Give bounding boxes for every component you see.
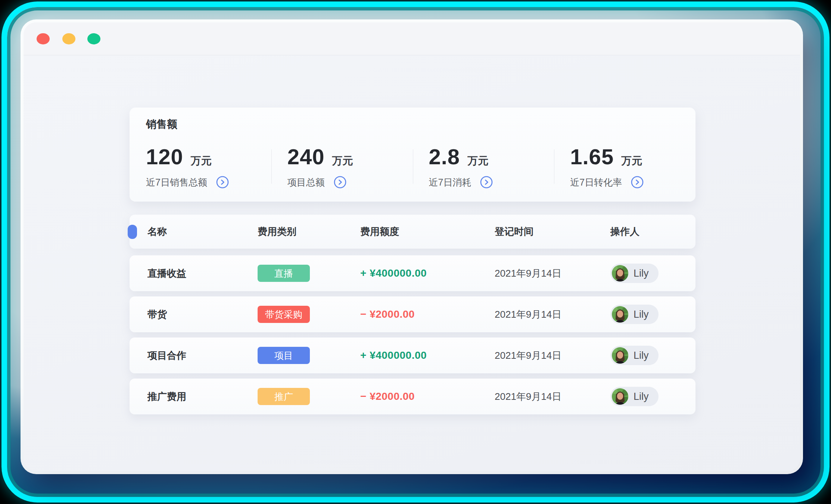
category-badge: 推广 [258, 388, 310, 405]
row-name: 带货 [147, 308, 258, 321]
table-rows: 直播收益 直播 + ¥400000.00 2021年9月14日 [130, 255, 695, 414]
row-category-cell: 项目 [258, 347, 360, 364]
operator-name: Lily [634, 268, 649, 279]
avatar [612, 388, 628, 405]
stat-label-row: 近7日消耗 [429, 176, 554, 189]
stat-item: 2.8 万元 近7日消耗 [429, 144, 554, 189]
row-amount: + ¥400000.00 [360, 349, 495, 361]
row-operator-cell: Lily [610, 305, 695, 324]
sales-card: 销售额 120 万元 近7日销售总额 240 万元 项目总额 [130, 108, 695, 202]
stat-label: 项目总额 [287, 176, 325, 189]
stat-divider [554, 149, 554, 184]
row-date: 2021年9月14日 [495, 390, 610, 403]
stat-label-row: 近7日转化率 [570, 176, 695, 189]
avatar [612, 347, 628, 364]
stat-divider [271, 149, 272, 184]
close-button[interactable] [37, 33, 50, 44]
stat-value: 240 [287, 144, 325, 169]
stat-item: 1.65 万元 近7日转化率 [570, 144, 695, 189]
column-header-name: 名称 [147, 225, 258, 238]
circle-arrow-icon[interactable] [631, 176, 644, 189]
sales-card-title: 销售额 [146, 117, 695, 131]
stat-value-row: 2.8 万元 [429, 144, 554, 169]
row-category-cell: 带货采购 [258, 306, 360, 323]
column-header-date: 登记时间 [495, 225, 610, 238]
operator-name: Lily [634, 391, 649, 402]
row-category-cell: 直播 [258, 265, 360, 282]
circle-arrow-icon[interactable] [334, 176, 346, 189]
category-badge: 带货采购 [258, 306, 310, 323]
stat-unit: 万元 [621, 154, 642, 168]
category-badge: 项目 [258, 347, 310, 364]
avatar [612, 306, 628, 323]
stat-value-row: 1.65 万元 [570, 144, 695, 169]
stat-value: 2.8 [429, 144, 460, 169]
circle-arrow-icon[interactable] [216, 176, 229, 189]
stat-value: 120 [146, 144, 183, 169]
window-titlebar [24, 22, 800, 55]
stat-unit: 万元 [332, 154, 353, 168]
app-window: 销售额 120 万元 近7日销售总额 240 万元 项目总额 [24, 22, 800, 471]
stat-value-row: 240 万元 [287, 144, 413, 169]
operator-pill: Lily [610, 305, 659, 324]
stat-divider [413, 149, 413, 184]
row-category-cell: 推广 [258, 388, 360, 405]
minimize-button[interactable] [62, 33, 75, 44]
row-date: 2021年9月14日 [495, 349, 610, 362]
operator-name: Lily [634, 350, 649, 361]
stat-unit: 万元 [467, 154, 488, 168]
row-operator-cell: Lily [610, 264, 695, 283]
column-header-category: 费用类别 [258, 225, 360, 238]
stat-item: 120 万元 近7日销售总额 [146, 144, 271, 189]
table-header-row: 名称 费用类别 费用额度 登记时间 操作人 [130, 215, 695, 249]
row-date: 2021年9月14日 [495, 267, 610, 280]
column-header-amount: 费用额度 [360, 225, 495, 238]
row-name: 推广费用 [147, 390, 258, 403]
stat-label-row: 近7日销售总额 [146, 176, 271, 189]
stat-label: 近7日消耗 [429, 176, 471, 189]
row-name: 直播收益 [147, 267, 258, 280]
window-content: 销售额 120 万元 近7日销售总额 240 万元 项目总额 [24, 56, 800, 471]
circle-arrow-icon[interactable] [480, 176, 493, 189]
avatar [612, 265, 628, 281]
column-header-operator: 操作人 [610, 225, 695, 238]
row-date: 2021年9月14日 [495, 308, 610, 321]
header-accent-marker [128, 225, 137, 239]
zoom-button[interactable] [87, 33, 100, 44]
category-badge: 直播 [258, 265, 310, 282]
table-row[interactable]: 直播收益 直播 + ¥400000.00 2021年9月14日 [130, 255, 695, 291]
table-row[interactable]: 项目合作 项目 + ¥400000.00 2021年9月14日 [130, 337, 695, 373]
stat-label: 近7日销售总额 [146, 176, 207, 189]
stats-row: 120 万元 近7日销售总额 240 万元 项目总额 [146, 144, 695, 189]
row-amount: + ¥400000.00 [360, 267, 495, 279]
operator-pill: Lily [610, 387, 659, 406]
operator-pill: Lily [610, 264, 659, 283]
stat-value-row: 120 万元 [146, 144, 271, 169]
stat-value: 1.65 [570, 144, 614, 169]
table-row[interactable]: 带货 带货采购 − ¥2000.00 2021年9月14日 [130, 296, 695, 332]
stat-label: 近7日转化率 [570, 176, 622, 189]
stage: 销售额 120 万元 近7日销售总额 240 万元 项目总额 [0, 0, 831, 504]
row-amount: − ¥2000.00 [360, 308, 495, 320]
stat-label-row: 项目总额 [287, 176, 413, 189]
row-operator-cell: Lily [610, 346, 695, 365]
stat-unit: 万元 [191, 154, 212, 168]
row-operator-cell: Lily [610, 387, 695, 406]
row-name: 项目合作 [147, 349, 258, 362]
operator-pill: Lily [610, 346, 659, 365]
row-amount: − ¥2000.00 [360, 391, 495, 402]
table-row[interactable]: 推广费用 推广 − ¥2000.00 2021年9月14日 [130, 379, 695, 414]
operator-name: Lily [634, 309, 649, 320]
stat-item: 240 万元 项目总额 [287, 144, 413, 189]
